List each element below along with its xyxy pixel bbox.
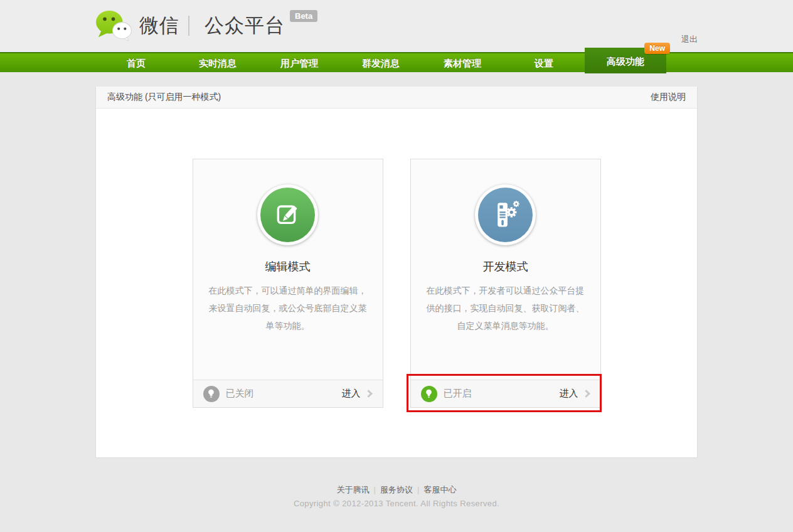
chevron-right-icon [582, 390, 590, 398]
chevron-right-icon [365, 390, 373, 398]
nav-item-label: 高级功能 [607, 56, 644, 66]
edit-mode-footer: 已关闭 进入 [193, 380, 383, 407]
usage-instructions-link[interactable]: 使用说明 [651, 92, 686, 103]
edit-mode-description: 在此模式下，可以通过简单的界面编辑，来设置自动回复，或公众号底部自定义菜单等功能… [193, 274, 383, 334]
developer-mode-footer: 已开启 进入 [411, 380, 600, 407]
lightbulb-icon [203, 386, 220, 402]
mode-cards-row: 编辑模式 在此模式下，可以通过简单的界面编辑，来设置自动回复，或公众号底部自定义… [96, 109, 697, 408]
nav-item-realtime-messages[interactable]: 实时消息 [177, 53, 258, 73]
enter-label: 进入 [342, 388, 361, 400]
footer-link-terms-of-service[interactable]: 服务协议 [380, 485, 413, 494]
panel-header: 高级功能 (只可启用一种模式) 使用说明 [96, 87, 697, 109]
new-badge: New [644, 43, 670, 54]
nav-item-material-management[interactable]: 素材管理 [422, 53, 503, 73]
developer-mode-enter-link[interactable]: 进入 [560, 388, 590, 400]
edit-mode-status: 已关闭 [226, 388, 342, 400]
logout-link[interactable]: 退出 [681, 34, 698, 45]
logo-divider [188, 16, 189, 36]
developer-mode-card: 开发模式 在此模式下，开发者可以通过公众平台提供的接口，实现自动回复、获取订阅者… [410, 159, 601, 408]
edit-mode-card: 编辑模式 在此模式下，可以通过简单的界面编辑，来设置自动回复，或公众号底部自定义… [193, 159, 383, 408]
footer-link-about-tencent[interactable]: 关于腾讯 [337, 485, 370, 494]
footer-separator: | [413, 485, 423, 494]
page-footer: 关于腾讯|服务协议|客服中心 Copyright © 2012-2013 Ten… [0, 484, 793, 508]
main-nav: 首页 实时消息 用户管理 群发消息 素材管理 设置 高级功能 New [0, 52, 793, 72]
nav-item-broadcast-messages[interactable]: 群发消息 [340, 53, 422, 73]
edit-mode-title: 编辑模式 [193, 259, 383, 274]
nav-item-user-management[interactable]: 用户管理 [258, 53, 340, 73]
nav-item-settings[interactable]: 设置 [503, 53, 585, 73]
developer-mode-icon-ring [475, 184, 536, 245]
edit-mode-enter-link[interactable]: 进入 [342, 388, 373, 400]
top-header: 微信 公众平台 Beta 退出 [0, 0, 793, 52]
nav-item-home[interactable]: 首页 [95, 53, 177, 73]
developer-mode-status: 已开启 [444, 388, 560, 400]
beta-badge: Beta [290, 10, 317, 22]
lightbulb-icon [421, 386, 437, 402]
footer-link-customer-service[interactable]: 客服中心 [423, 485, 456, 494]
wechat-logo: 微信 公众平台 Beta [94, 9, 317, 43]
developer-mode-title: 开发模式 [411, 259, 600, 274]
developer-mode-description: 在此模式下，开发者可以通过公众平台提供的接口，实现自动回复、获取订阅者、自定义菜… [411, 274, 600, 334]
edit-pencil-icon [260, 188, 315, 242]
enter-label: 进入 [560, 388, 578, 400]
page-title: 高级功能 (只可启用一种模式) [107, 92, 221, 103]
edit-mode-icon-ring [257, 184, 318, 245]
wechat-bubbles-icon [94, 9, 133, 43]
nav-item-advanced-features[interactable]: 高级功能 New [585, 48, 666, 73]
footer-separator: | [370, 485, 380, 494]
content-panel: 高级功能 (只可启用一种模式) 使用说明 [95, 87, 698, 458]
footer-links: 关于腾讯|服务协议|客服中心 [0, 484, 793, 496]
logo-text-platform: 公众平台 [205, 13, 285, 39]
logo-text-wechat: 微信 [139, 13, 179, 39]
copyright-text: Copyright © 2012-2013 Tencent. All Right… [0, 499, 793, 508]
server-gears-icon [478, 188, 533, 242]
